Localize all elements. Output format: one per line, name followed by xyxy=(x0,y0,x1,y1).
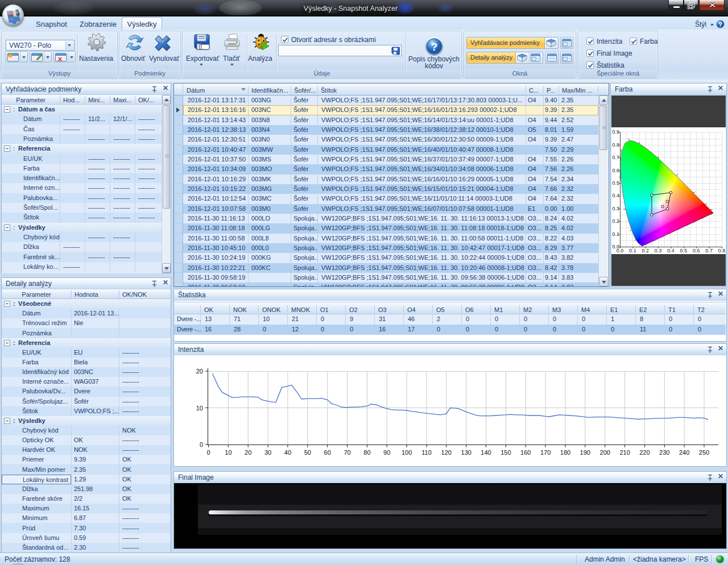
svg-text:10: 10 xyxy=(196,405,203,412)
svg-text:90: 90 xyxy=(383,449,390,456)
svg-text:120: 120 xyxy=(441,449,452,456)
svg-text:140: 140 xyxy=(481,449,491,456)
svg-text:40: 40 xyxy=(284,449,291,456)
svg-text:210: 210 xyxy=(619,449,630,456)
svg-text:20: 20 xyxy=(245,449,251,456)
svg-text:?: ? xyxy=(431,41,438,53)
svg-text:?: ? xyxy=(718,21,722,28)
svg-text:200: 200 xyxy=(600,449,610,456)
svg-text:50: 50 xyxy=(304,449,311,456)
svg-text:150: 150 xyxy=(500,449,511,456)
svg-text:160: 160 xyxy=(520,449,531,456)
svg-text:170: 170 xyxy=(540,449,551,456)
svg-text:30: 30 xyxy=(264,449,271,456)
svg-text:60: 60 xyxy=(324,449,331,456)
svg-text:220: 220 xyxy=(639,449,650,456)
svg-text:0: 0 xyxy=(206,449,210,456)
svg-text:100: 100 xyxy=(402,449,412,456)
svg-text:0: 0 xyxy=(200,441,203,448)
svg-text:70: 70 xyxy=(344,449,350,456)
svg-text:130: 130 xyxy=(461,449,471,456)
svg-text:240: 240 xyxy=(679,449,689,456)
svg-text:110: 110 xyxy=(421,449,432,456)
svg-text:20: 20 xyxy=(196,368,203,375)
svg-text:190: 190 xyxy=(580,449,590,456)
svg-text:230: 230 xyxy=(659,449,669,456)
svg-text:80: 80 xyxy=(363,449,370,456)
svg-text:180: 180 xyxy=(560,449,570,456)
svg-text:250: 250 xyxy=(699,449,709,456)
svg-text:10: 10 xyxy=(225,449,231,456)
